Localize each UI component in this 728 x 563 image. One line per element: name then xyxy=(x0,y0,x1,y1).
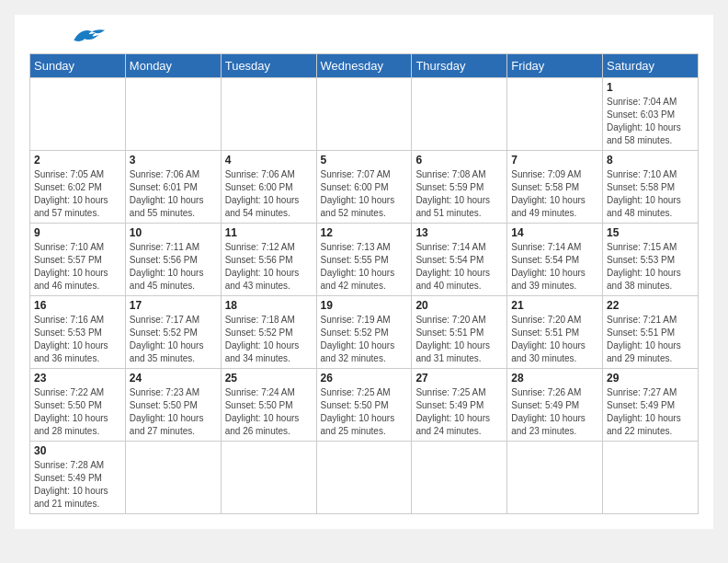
calendar-cell: 2Sunrise: 7:05 AMSunset: 6:02 PMDaylight… xyxy=(30,151,126,224)
day-number: 2 xyxy=(34,154,121,167)
calendar-cell: 17Sunrise: 7:17 AMSunset: 5:52 PMDayligh… xyxy=(125,296,221,369)
day-info: Sunrise: 7:07 AMSunset: 6:00 PMDaylight:… xyxy=(321,168,408,220)
day-number: 4 xyxy=(225,154,313,167)
weekday-header-monday: Monday xyxy=(125,54,221,78)
day-info: Sunrise: 7:22 AMSunset: 5:50 PMDaylight:… xyxy=(34,386,121,438)
day-info: Sunrise: 7:12 AMSunset: 5:56 PMDaylight:… xyxy=(225,241,313,293)
weekday-header-wednesday: Wednesday xyxy=(316,54,412,78)
calendar-cell: 7Sunrise: 7:09 AMSunset: 5:58 PMDaylight… xyxy=(507,151,603,224)
day-number: 8 xyxy=(607,154,694,167)
day-number: 5 xyxy=(321,154,408,167)
day-number: 14 xyxy=(511,226,598,239)
day-info: Sunrise: 7:26 AMSunset: 5:49 PMDaylight:… xyxy=(511,386,598,438)
day-info: Sunrise: 7:24 AMSunset: 5:50 PMDaylight:… xyxy=(225,386,313,438)
calendar-cell xyxy=(316,442,412,514)
calendar-cell: 5Sunrise: 7:07 AMSunset: 6:00 PMDaylight… xyxy=(316,151,412,224)
calendar-cell: 12Sunrise: 7:13 AMSunset: 5:55 PMDayligh… xyxy=(316,224,412,296)
day-number: 13 xyxy=(415,226,503,239)
day-number: 17 xyxy=(130,299,217,312)
day-info: Sunrise: 7:20 AMSunset: 5:51 PMDaylight:… xyxy=(415,314,503,365)
calendar-cell: 11Sunrise: 7:12 AMSunset: 5:56 PMDayligh… xyxy=(221,224,316,296)
calendar-cell xyxy=(125,442,221,514)
day-info: Sunrise: 7:06 AMSunset: 6:01 PMDaylight:… xyxy=(130,168,217,220)
calendar-week-row: 1Sunrise: 7:04 AMSunset: 6:03 PMDaylight… xyxy=(30,78,699,151)
calendar-week-row: 16Sunrise: 7:16 AMSunset: 5:53 PMDayligh… xyxy=(30,296,699,369)
day-number: 19 xyxy=(321,299,408,312)
calendar-cell xyxy=(316,78,412,151)
day-number: 9 xyxy=(34,226,121,239)
day-number: 27 xyxy=(415,372,503,385)
day-info: Sunrise: 7:09 AMSunset: 5:58 PMDaylight:… xyxy=(511,168,598,220)
calendar-cell: 6Sunrise: 7:08 AMSunset: 5:59 PMDaylight… xyxy=(412,151,507,224)
day-number: 20 xyxy=(415,299,503,312)
day-info: Sunrise: 7:11 AMSunset: 5:56 PMDaylight:… xyxy=(130,241,217,293)
calendar-cell: 10Sunrise: 7:11 AMSunset: 5:56 PMDayligh… xyxy=(125,224,221,296)
calendar-cell: 3Sunrise: 7:06 AMSunset: 6:01 PMDaylight… xyxy=(125,151,221,224)
day-number: 29 xyxy=(607,372,694,385)
calendar-cell xyxy=(412,442,507,514)
day-info: Sunrise: 7:25 AMSunset: 5:50 PMDaylight:… xyxy=(321,386,408,438)
calendar-cell: 9Sunrise: 7:10 AMSunset: 5:57 PMDaylight… xyxy=(30,224,126,296)
day-info: Sunrise: 7:05 AMSunset: 6:02 PMDaylight:… xyxy=(34,168,121,220)
day-number: 28 xyxy=(511,372,598,385)
calendar-week-row: 2Sunrise: 7:05 AMSunset: 6:02 PMDaylight… xyxy=(30,151,699,224)
weekday-header-friday: Friday xyxy=(507,54,603,78)
day-number: 24 xyxy=(130,372,217,385)
calendar-cell xyxy=(412,78,507,151)
day-info: Sunrise: 7:13 AMSunset: 5:55 PMDaylight:… xyxy=(321,241,408,293)
day-info: Sunrise: 7:16 AMSunset: 5:53 PMDaylight:… xyxy=(34,314,121,365)
calendar-cell xyxy=(125,78,221,151)
day-info: Sunrise: 7:04 AMSunset: 6:03 PMDaylight:… xyxy=(607,96,694,147)
calendar-cell: 25Sunrise: 7:24 AMSunset: 5:50 PMDayligh… xyxy=(221,369,316,442)
day-info: Sunrise: 7:25 AMSunset: 5:49 PMDaylight:… xyxy=(415,386,503,438)
calendar-cell: 8Sunrise: 7:10 AMSunset: 5:58 PMDaylight… xyxy=(603,151,699,224)
day-info: Sunrise: 7:20 AMSunset: 5:51 PMDaylight:… xyxy=(511,314,598,365)
calendar-week-row: 30Sunrise: 7:28 AMSunset: 5:49 PMDayligh… xyxy=(30,442,699,514)
calendar-week-row: 23Sunrise: 7:22 AMSunset: 5:50 PMDayligh… xyxy=(30,369,699,442)
calendar-cell: 28Sunrise: 7:26 AMSunset: 5:49 PMDayligh… xyxy=(507,369,603,442)
calendar-cell xyxy=(221,78,316,151)
day-number: 3 xyxy=(130,154,217,167)
weekday-header-tuesday: Tuesday xyxy=(221,54,316,78)
calendar-cell: 23Sunrise: 7:22 AMSunset: 5:50 PMDayligh… xyxy=(30,369,126,442)
calendar-cell: 22Sunrise: 7:21 AMSunset: 5:51 PMDayligh… xyxy=(603,296,699,369)
day-number: 6 xyxy=(415,154,503,167)
weekday-header-thursday: Thursday xyxy=(412,54,507,78)
day-info: Sunrise: 7:21 AMSunset: 5:51 PMDaylight:… xyxy=(607,314,694,365)
calendar-cell xyxy=(221,442,316,514)
calendar-cell: 27Sunrise: 7:25 AMSunset: 5:49 PMDayligh… xyxy=(412,369,507,442)
day-number: 18 xyxy=(225,299,313,312)
day-number: 12 xyxy=(321,226,408,239)
calendar-cell xyxy=(507,78,603,151)
day-info: Sunrise: 7:14 AMSunset: 5:54 PMDaylight:… xyxy=(511,241,598,293)
calendar-page: SundayMondayTuesdayWednesdayThursdayFrid… xyxy=(15,15,713,529)
day-number: 11 xyxy=(225,226,313,239)
calendar-cell: 18Sunrise: 7:18 AMSunset: 5:52 PMDayligh… xyxy=(221,296,316,369)
day-info: Sunrise: 7:10 AMSunset: 5:58 PMDaylight:… xyxy=(607,168,694,220)
day-info: Sunrise: 7:23 AMSunset: 5:50 PMDaylight:… xyxy=(130,386,217,438)
calendar-cell: 4Sunrise: 7:06 AMSunset: 6:00 PMDaylight… xyxy=(221,151,316,224)
day-number: 7 xyxy=(511,154,598,167)
day-info: Sunrise: 7:28 AMSunset: 5:49 PMDaylight:… xyxy=(34,459,121,511)
day-number: 30 xyxy=(34,444,121,457)
day-number: 26 xyxy=(321,372,408,385)
calendar-cell: 1Sunrise: 7:04 AMSunset: 6:03 PMDaylight… xyxy=(603,78,699,151)
day-number: 16 xyxy=(34,299,121,312)
calendar-cell xyxy=(30,78,126,151)
day-info: Sunrise: 7:27 AMSunset: 5:49 PMDaylight:… xyxy=(607,386,694,438)
calendar-cell: 21Sunrise: 7:20 AMSunset: 5:51 PMDayligh… xyxy=(507,296,603,369)
weekday-header-saturday: Saturday xyxy=(603,54,699,78)
logo xyxy=(29,29,107,46)
calendar-cell: 26Sunrise: 7:25 AMSunset: 5:50 PMDayligh… xyxy=(316,369,412,442)
logo-bird-icon xyxy=(70,26,107,46)
day-number: 23 xyxy=(34,372,121,385)
day-info: Sunrise: 7:15 AMSunset: 5:53 PMDaylight:… xyxy=(607,241,694,293)
day-number: 21 xyxy=(511,299,598,312)
calendar-cell: 30Sunrise: 7:28 AMSunset: 5:49 PMDayligh… xyxy=(30,442,126,514)
calendar-cell: 19Sunrise: 7:19 AMSunset: 5:52 PMDayligh… xyxy=(316,296,412,369)
calendar-cell xyxy=(507,442,603,514)
day-info: Sunrise: 7:19 AMSunset: 5:52 PMDaylight:… xyxy=(321,314,408,365)
calendar-cell xyxy=(603,442,699,514)
calendar-table: SundayMondayTuesdayWednesdayThursdayFrid… xyxy=(29,53,699,514)
calendar-cell: 20Sunrise: 7:20 AMSunset: 5:51 PMDayligh… xyxy=(412,296,507,369)
